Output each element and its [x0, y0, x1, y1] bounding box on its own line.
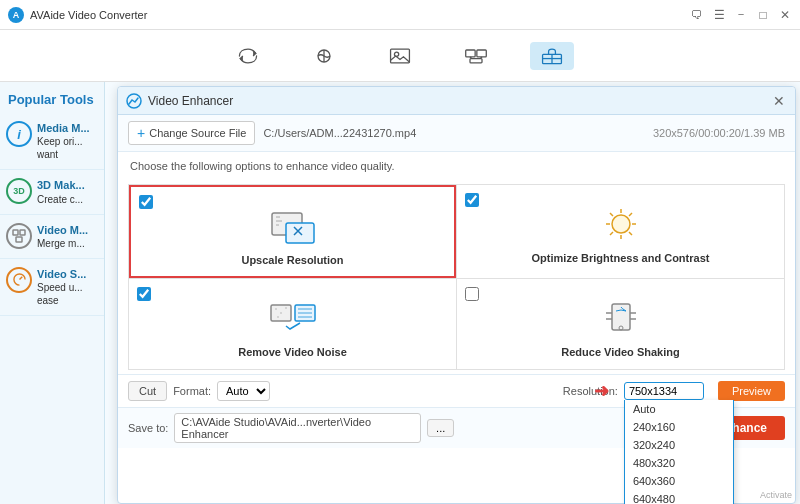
resolution-select-wrapper: 750x1334 ➜ Auto 240x160 320x240 480x320 … — [624, 382, 704, 400]
svg-rect-5 — [477, 50, 486, 57]
svg-rect-13 — [20, 230, 25, 235]
toolbox-icon — [538, 46, 566, 66]
toolbar — [0, 30, 800, 82]
source-file-path: C:/Users/ADM...22431270.mp4 — [263, 127, 416, 139]
arrow-to-dropdown-icon: ➜ — [594, 380, 609, 402]
svg-point-34 — [280, 312, 282, 314]
cut-button[interactable]: Cut — [128, 381, 167, 401]
toolbar-toolbox[interactable] — [530, 42, 574, 70]
resolution-dropdown-list[interactable]: Auto 240x160 320x240 480x320 640x360 640… — [624, 400, 734, 504]
svg-line-28 — [629, 232, 632, 235]
menu-icon[interactable]: ☰ — [712, 8, 726, 22]
toolbar-merge[interactable] — [454, 42, 498, 70]
modal-title: Video Enhancer — [148, 94, 771, 108]
dropdown-item-640x360[interactable]: 640x360 — [625, 472, 733, 490]
convert-icon — [234, 46, 262, 66]
sidebar-item-video-merge[interactable]: Video M... Merge m... — [0, 215, 104, 259]
option-noise[interactable]: Remove Video Noise — [129, 279, 456, 369]
svg-point-35 — [285, 307, 287, 309]
svg-line-27 — [610, 213, 613, 216]
svg-rect-12 — [13, 230, 18, 235]
dropdown-item-640x480[interactable]: 640x480 — [625, 490, 733, 504]
plus-icon: + — [137, 125, 145, 141]
minimize-icon[interactable]: － — [734, 8, 748, 22]
preview-button[interactable]: Preview — [718, 381, 785, 401]
toolbar-compress[interactable] — [302, 42, 346, 70]
modal-title-icon — [126, 93, 142, 109]
media-metadata-icon: i — [6, 121, 32, 147]
option-shaking[interactable]: Reduce Video Shaking — [457, 279, 784, 369]
app-title: AVAide Video Converter — [30, 9, 690, 21]
change-source-button[interactable]: + Change Source File — [128, 121, 255, 145]
sidebar-item-3d-maker[interactable]: 3D 3D Mak... Create c... — [0, 170, 104, 214]
source-bar: + Change Source File C:/Users/ADM...2243… — [118, 115, 795, 152]
modal-titlebar: Video Enhancer ✕ — [118, 87, 795, 115]
shaking-checkbox[interactable] — [465, 287, 479, 301]
noise-checkbox[interactable] — [137, 287, 151, 301]
svg-rect-2 — [391, 49, 410, 63]
compress-icon — [310, 46, 338, 66]
window-controls: 🗨 ☰ － □ ✕ — [690, 8, 792, 22]
dropdown-item-480x320[interactable]: 480x320 — [625, 454, 733, 472]
maximize-icon[interactable]: □ — [756, 8, 770, 22]
brightness-label: Optimize Brightness and Contrast — [532, 252, 710, 264]
upscale-icon — [268, 207, 318, 248]
noise-icon — [268, 299, 318, 340]
modal-close-button[interactable]: ✕ — [771, 93, 787, 109]
close-icon[interactable]: ✕ — [778, 8, 792, 22]
toolbar-photo[interactable] — [378, 42, 422, 70]
svg-line-29 — [629, 213, 632, 216]
noise-label: Remove Video Noise — [238, 346, 347, 358]
title-bar: A AVAide Video Converter 🗨 ☰ － □ ✕ — [0, 0, 800, 30]
option-upscale[interactable]: Upscale Resolution — [129, 185, 456, 278]
sidebar-header: Popular Tools — [0, 82, 104, 113]
merge-icon — [462, 46, 490, 66]
shaking-label: Reduce Video Shaking — [561, 346, 679, 358]
speed-icon — [6, 267, 32, 293]
video-enhancer-modal: Video Enhancer ✕ + Change Source File C:… — [117, 86, 796, 504]
main-area: Popular Tools i Media M... Keep ori...wa… — [0, 82, 800, 504]
app-logo: A — [8, 7, 24, 23]
watermark-text: Activate — [760, 490, 792, 500]
svg-point-36 — [277, 316, 279, 318]
dropdown-item-240x160[interactable]: 240x160 — [625, 418, 733, 436]
sidebar: Popular Tools i Media M... Keep ori...wa… — [0, 82, 105, 504]
source-file-info: 320x576/00:00:20/1.39 MB — [653, 127, 785, 139]
save-label: Save to: — [128, 422, 168, 434]
shaking-icon — [598, 299, 644, 340]
svg-rect-14 — [16, 237, 22, 242]
svg-rect-6 — [470, 58, 482, 62]
video-merge-icon — [6, 223, 32, 249]
svg-rect-4 — [466, 50, 475, 57]
svg-line-15 — [19, 277, 22, 280]
save-browse-button[interactable]: ... — [427, 419, 454, 437]
format-select[interactable]: Auto — [217, 381, 270, 401]
options-grid: Upscale Resolution — [128, 184, 785, 370]
svg-line-30 — [610, 232, 613, 235]
toolbar-convert[interactable] — [226, 42, 270, 70]
brightness-checkbox[interactable] — [465, 193, 479, 207]
resolution-label: Resolution: — [563, 385, 618, 397]
sidebar-item-video-speed[interactable]: Video S... Speed u...ease — [0, 259, 104, 316]
svg-point-22 — [612, 215, 630, 233]
bottom-controls: Cut Format: Auto Resolution: 750x1334 ➜ … — [118, 374, 795, 407]
chat-icon[interactable]: 🗨 — [690, 8, 704, 22]
sidebar-item-media-metadata[interactable]: i Media M... Keep ori...want — [0, 113, 104, 170]
photo-icon — [386, 46, 414, 66]
content-area: with your video s to the perfect Video E… — [105, 82, 800, 504]
dropdown-item-auto[interactable]: Auto — [625, 400, 733, 418]
save-path: C:\AVAide Studio\AVAid...nverter\Video E… — [174, 413, 421, 443]
resolution-select[interactable]: 750x1334 — [624, 382, 704, 400]
dropdown-item-320x240[interactable]: 320x240 — [625, 436, 733, 454]
upscale-checkbox[interactable] — [139, 195, 153, 209]
instruction-text: Choose the following options to enhance … — [118, 152, 795, 180]
upscale-label: Upscale Resolution — [241, 254, 343, 266]
svg-point-33 — [275, 308, 277, 310]
3d-icon: 3D — [6, 178, 32, 204]
brightness-icon — [598, 205, 644, 246]
option-brightness[interactable]: Optimize Brightness and Contrast — [457, 185, 784, 278]
format-label: Format: — [173, 385, 211, 397]
